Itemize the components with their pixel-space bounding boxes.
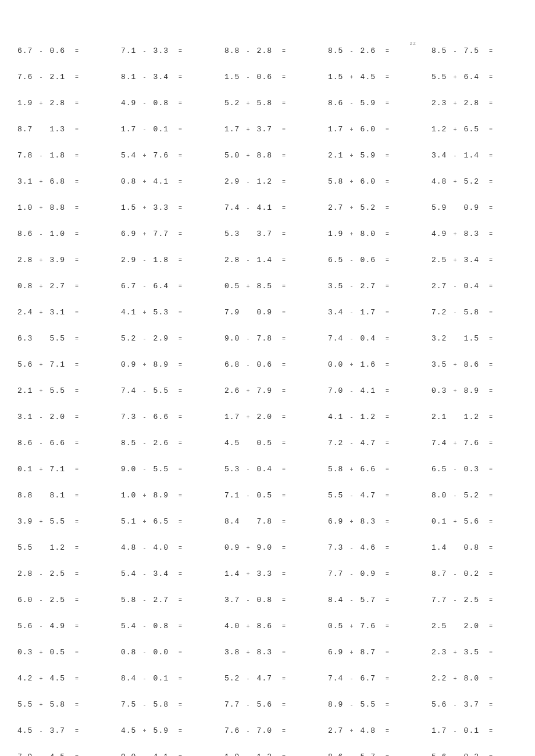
operand-a: 7.7 (224, 700, 244, 709)
equals-sign: = (65, 127, 79, 133)
math-problem: 5.4+7.6= (121, 151, 207, 160)
operator: - (141, 336, 149, 342)
operator: + (37, 284, 45, 290)
operand-b: 3.4 (149, 73, 169, 81)
math-problem: 4.5+5.9= (121, 726, 207, 735)
operand-a: 0.8 (121, 177, 141, 186)
operator: + (244, 571, 252, 578)
math-problem: 1.5+4.5= (328, 73, 414, 81)
operand-b: 3.7 (45, 726, 65, 735)
operand-a: 2.1 (328, 151, 348, 160)
equals-sign: = (169, 127, 183, 133)
operand-a: 7.9 (224, 308, 244, 317)
operator: - (37, 414, 45, 421)
operand-b: 7.7 (149, 230, 169, 238)
equals-sign: = (479, 702, 493, 708)
math-problem: 6.8-0.6= (224, 360, 311, 369)
math-problem: 5.6+7.1= (17, 360, 104, 369)
operator: - (348, 101, 356, 107)
operand-b: 2.6 (149, 439, 169, 447)
equals-sign: = (272, 205, 286, 212)
equals-sign: = (65, 48, 79, 55)
math-problem: 9.0-4.1= (121, 753, 207, 756)
operand-a: 7.3 (328, 543, 348, 552)
operand-a: 7.2 (328, 439, 348, 447)
equals-sign: = (65, 101, 79, 107)
operand-a: 1.7 (431, 726, 451, 735)
operator: - (37, 597, 45, 604)
operand-a: 9.0 (121, 465, 141, 474)
operand-b: 4.7 (356, 439, 376, 447)
operand-b: 3.7 (252, 230, 272, 238)
math-problem: 2.1+5.5= (17, 386, 104, 395)
equals-sign: = (65, 205, 79, 212)
operand-b: 1.2 (356, 413, 376, 421)
math-problem: 4.9+8.3= (431, 230, 518, 238)
operand-a: 2.1 (17, 386, 37, 395)
operand-a: 6.8 (224, 360, 244, 369)
equals-sign: = (376, 414, 390, 421)
operand-b: 0.6 (252, 360, 272, 369)
equals-sign: = (65, 702, 79, 708)
operator: - (141, 676, 149, 682)
math-problem: 5.8+6.0= (328, 177, 414, 186)
operand-a: 5.0 (224, 151, 244, 160)
math-problem: 0.8+2.7= (17, 282, 104, 291)
equals-sign: = (169, 676, 183, 682)
operator: + (37, 310, 45, 316)
operand-a: 5.5 (431, 73, 451, 81)
operand-a: 2.7 (431, 282, 451, 291)
worksheet-page: 6.7-0.6=7.1-3.3=8.8-2.8=8.5-2.6=zz8.5-7.… (0, 0, 535, 756)
operator: - (451, 467, 459, 473)
math-problem: 4.0+8.6= (224, 622, 311, 630)
operator: - (348, 440, 356, 447)
operator: - (348, 388, 356, 395)
operator: - (451, 310, 459, 316)
operand-a: 6.3 (17, 334, 37, 343)
operand-b: 0.6 (45, 46, 65, 55)
equals-sign: = (376, 101, 390, 107)
operator: - (244, 676, 252, 682)
operand-b: 2.7 (149, 596, 169, 604)
operand-b: 4.5 (45, 753, 65, 756)
math-problem: 3.5+8.6= (431, 360, 518, 369)
operand-a: 4.8 (431, 177, 451, 186)
operand-b: 4.7 (252, 674, 272, 683)
operand-b: 1.2 (459, 413, 479, 421)
equals-sign: = (65, 650, 79, 656)
operator: + (451, 362, 459, 368)
operand-b: 0.3 (459, 465, 479, 474)
math-problem: 0.9+9.0= (224, 543, 311, 552)
operand-b: 0.9 (459, 203, 479, 212)
operand-b: 6.6 (149, 413, 169, 421)
math-problem: 8.4-5.7= (328, 596, 414, 604)
equals-sign: = (272, 728, 286, 734)
equals-sign: = (376, 467, 390, 473)
operand-b: 0.8 (252, 596, 272, 604)
equals-sign: = (479, 362, 493, 368)
operand-a: 7.4 (328, 674, 348, 683)
equals-sign: = (272, 153, 286, 159)
equals-sign: = (169, 205, 183, 212)
operand-a: 5.5 (17, 700, 37, 709)
equals-sign: = (65, 597, 79, 604)
operator: + (348, 153, 356, 159)
operator: - (348, 676, 356, 682)
math-problem: 2.7+4.8= (328, 726, 414, 735)
operand-a: 8.6 (17, 230, 37, 238)
equals-sign: = (272, 310, 286, 316)
equals-sign: = (479, 257, 493, 264)
operand-a: 8.0 (431, 491, 451, 500)
operand-a: 7.9 (17, 753, 37, 756)
operand-a: 2.5 (431, 622, 451, 630)
operand-b: 4.0 (149, 543, 169, 552)
operand-b: 0.4 (459, 282, 479, 291)
math-problem: 2.2+8.0= (431, 674, 518, 683)
operator: + (141, 493, 149, 499)
operand-b: 5.3 (149, 308, 169, 317)
operand-b: 7.1 (45, 360, 65, 369)
equals-sign: = (479, 467, 493, 473)
equals-sign: = (376, 624, 390, 630)
math-problem: 5.0+8.8= (224, 151, 311, 160)
operator: + (37, 179, 45, 185)
